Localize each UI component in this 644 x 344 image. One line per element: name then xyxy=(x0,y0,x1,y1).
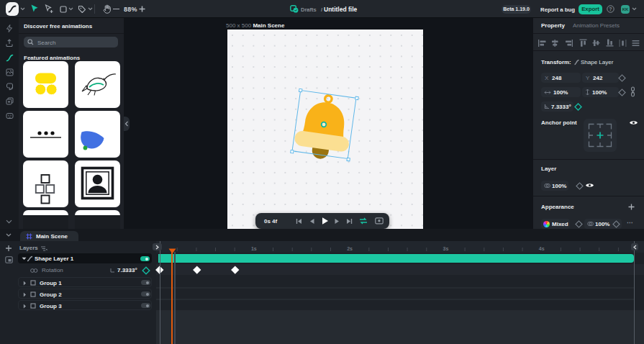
svg-text:1s: 1s xyxy=(251,246,257,251)
svg-text:?: ? xyxy=(609,6,612,12)
svg-text:3s: 3s xyxy=(443,246,449,251)
svg-text:2s: 2s xyxy=(347,246,353,251)
svg-text:4s: 4s xyxy=(539,246,545,251)
